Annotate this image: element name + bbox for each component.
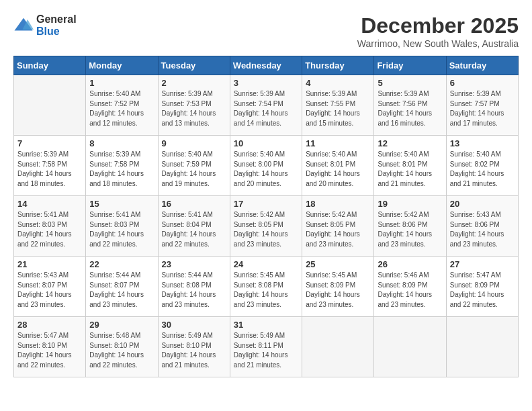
cell-content: Sunrise: 5:44 AM Sunset: 8:07 PM Dayligh…	[89, 271, 154, 310]
day-number: 31	[234, 320, 298, 330]
calendar-cell: 10Sunrise: 5:40 AM Sunset: 8:00 PM Dayli…	[230, 136, 302, 196]
calendar-cell: 30Sunrise: 5:49 AM Sunset: 8:10 PM Dayli…	[158, 317, 230, 377]
cell-content: Sunrise: 5:40 AM Sunset: 8:00 PM Dayligh…	[234, 150, 298, 189]
cell-content: Sunrise: 5:39 AM Sunset: 7:57 PM Dayligh…	[450, 89, 515, 128]
calendar-cell: 29Sunrise: 5:48 AM Sunset: 8:10 PM Dayli…	[86, 317, 158, 377]
calendar-body: 1Sunrise: 5:40 AM Sunset: 7:52 PM Daylig…	[14, 75, 519, 377]
cell-content: Sunrise: 5:49 AM Sunset: 8:11 PM Dayligh…	[234, 331, 298, 370]
day-number: 19	[378, 199, 442, 209]
cell-content: Sunrise: 5:41 AM Sunset: 8:03 PM Dayligh…	[89, 210, 154, 249]
calendar-cell: 19Sunrise: 5:42 AM Sunset: 8:06 PM Dayli…	[374, 196, 446, 257]
cell-content: Sunrise: 5:39 AM Sunset: 7:58 PM Dayligh…	[89, 150, 154, 189]
cell-content: Sunrise: 5:39 AM Sunset: 7:56 PM Dayligh…	[378, 89, 442, 128]
day-number: 22	[89, 259, 154, 269]
calendar-cell: 12Sunrise: 5:40 AM Sunset: 8:01 PM Dayli…	[374, 136, 446, 196]
calendar-week-1: 1Sunrise: 5:40 AM Sunset: 7:52 PM Daylig…	[14, 75, 519, 136]
calendar-cell: 8Sunrise: 5:39 AM Sunset: 7:58 PM Daylig…	[86, 136, 158, 196]
day-number: 4	[306, 78, 370, 88]
day-number: 2	[162, 78, 226, 88]
header-cell-tuesday: Tuesday	[158, 56, 230, 75]
cell-content: Sunrise: 5:39 AM Sunset: 7:53 PM Dayligh…	[162, 89, 226, 128]
day-number: 8	[89, 138, 154, 148]
calendar-cell: 9Sunrise: 5:40 AM Sunset: 7:59 PM Daylig…	[158, 136, 230, 196]
logo-blue-text: Blue	[36, 26, 77, 38]
day-number: 10	[234, 138, 298, 148]
day-number: 1	[89, 78, 154, 88]
calendar-cell: 22Sunrise: 5:44 AM Sunset: 8:07 PM Dayli…	[86, 257, 158, 317]
day-number: 11	[306, 138, 370, 148]
cell-content: Sunrise: 5:39 AM Sunset: 7:54 PM Dayligh…	[234, 89, 298, 128]
calendar-cell	[446, 317, 518, 377]
day-number: 30	[162, 320, 226, 330]
calendar-cell: 27Sunrise: 5:47 AM Sunset: 8:09 PM Dayli…	[446, 257, 518, 317]
day-number: 17	[234, 199, 298, 209]
cell-content: Sunrise: 5:40 AM Sunset: 7:59 PM Dayligh…	[162, 150, 226, 189]
month-title: December 2025	[357, 13, 519, 38]
day-number: 12	[378, 138, 442, 148]
day-number: 9	[162, 138, 226, 148]
calendar-cell	[14, 75, 86, 136]
calendar-cell: 7Sunrise: 5:39 AM Sunset: 7:58 PM Daylig…	[14, 136, 86, 196]
logo-text: General Blue	[36, 13, 77, 37]
header-cell-wednesday: Wednesday	[230, 56, 302, 75]
header-cell-friday: Friday	[374, 56, 446, 75]
day-number: 16	[162, 199, 226, 209]
calendar-cell: 31Sunrise: 5:49 AM Sunset: 8:11 PM Dayli…	[230, 317, 302, 377]
day-number: 29	[89, 320, 154, 330]
calendar-cell	[374, 317, 446, 377]
cell-content: Sunrise: 5:41 AM Sunset: 8:04 PM Dayligh…	[162, 210, 226, 249]
day-number: 3	[234, 78, 298, 88]
calendar-cell: 21Sunrise: 5:43 AM Sunset: 8:07 PM Dayli…	[14, 257, 86, 317]
calendar-week-5: 28Sunrise: 5:47 AM Sunset: 8:10 PM Dayli…	[14, 317, 519, 377]
cell-content: Sunrise: 5:40 AM Sunset: 7:52 PM Dayligh…	[89, 89, 154, 128]
day-number: 27	[450, 259, 515, 269]
day-number: 5	[378, 78, 442, 88]
cell-content: Sunrise: 5:43 AM Sunset: 8:06 PM Dayligh…	[450, 210, 515, 249]
calendar-cell: 4Sunrise: 5:39 AM Sunset: 7:55 PM Daylig…	[302, 75, 374, 136]
day-number: 21	[17, 259, 82, 269]
logo: General Blue	[13, 13, 77, 37]
day-number: 25	[306, 259, 370, 269]
page-header: General Blue December 2025 Warrimoo, New…	[13, 13, 519, 49]
calendar-cell: 6Sunrise: 5:39 AM Sunset: 7:57 PM Daylig…	[446, 75, 518, 136]
cell-content: Sunrise: 5:46 AM Sunset: 8:09 PM Dayligh…	[378, 271, 442, 310]
day-number: 6	[450, 78, 515, 88]
calendar-cell: 17Sunrise: 5:42 AM Sunset: 8:05 PM Dayli…	[230, 196, 302, 257]
calendar-week-4: 21Sunrise: 5:43 AM Sunset: 8:07 PM Dayli…	[14, 257, 519, 317]
cell-content: Sunrise: 5:49 AM Sunset: 8:10 PM Dayligh…	[162, 331, 226, 370]
cell-content: Sunrise: 5:40 AM Sunset: 8:01 PM Dayligh…	[306, 150, 370, 189]
calendar-cell: 24Sunrise: 5:45 AM Sunset: 8:08 PM Dayli…	[230, 257, 302, 317]
day-number: 14	[17, 199, 82, 209]
cell-content: Sunrise: 5:45 AM Sunset: 8:08 PM Dayligh…	[234, 271, 298, 310]
calendar-table: SundayMondayTuesdayWednesdayThursdayFrid…	[13, 56, 519, 377]
header-cell-monday: Monday	[86, 56, 158, 75]
day-number: 18	[306, 199, 370, 209]
cell-content: Sunrise: 5:40 AM Sunset: 8:01 PM Dayligh…	[378, 150, 442, 189]
header-cell-sunday: Sunday	[14, 56, 86, 75]
cell-content: Sunrise: 5:44 AM Sunset: 8:08 PM Dayligh…	[162, 271, 226, 310]
logo-general-text: General	[36, 13, 77, 26]
day-number: 13	[450, 138, 515, 148]
day-number: 23	[162, 259, 226, 269]
calendar-cell: 20Sunrise: 5:43 AM Sunset: 8:06 PM Dayli…	[446, 196, 518, 257]
calendar-cell: 11Sunrise: 5:40 AM Sunset: 8:01 PM Dayli…	[302, 136, 374, 196]
calendar-cell: 18Sunrise: 5:42 AM Sunset: 8:05 PM Dayli…	[302, 196, 374, 257]
calendar-cell: 26Sunrise: 5:46 AM Sunset: 8:09 PM Dayli…	[374, 257, 446, 317]
calendar-cell: 2Sunrise: 5:39 AM Sunset: 7:53 PM Daylig…	[158, 75, 230, 136]
calendar-cell: 13Sunrise: 5:40 AM Sunset: 8:02 PM Dayli…	[446, 136, 518, 196]
logo-icon	[13, 15, 34, 36]
cell-content: Sunrise: 5:42 AM Sunset: 8:05 PM Dayligh…	[234, 210, 298, 249]
calendar-week-3: 14Sunrise: 5:41 AM Sunset: 8:03 PM Dayli…	[14, 196, 519, 257]
cell-content: Sunrise: 5:47 AM Sunset: 8:09 PM Dayligh…	[450, 271, 515, 310]
calendar-cell	[302, 317, 374, 377]
header-cell-saturday: Saturday	[446, 56, 518, 75]
calendar-cell: 1Sunrise: 5:40 AM Sunset: 7:52 PM Daylig…	[86, 75, 158, 136]
calendar-header: SundayMondayTuesdayWednesdayThursdayFrid…	[14, 56, 519, 75]
cell-content: Sunrise: 5:45 AM Sunset: 8:09 PM Dayligh…	[306, 271, 370, 310]
calendar-cell: 23Sunrise: 5:44 AM Sunset: 8:08 PM Dayli…	[158, 257, 230, 317]
cell-content: Sunrise: 5:41 AM Sunset: 8:03 PM Dayligh…	[17, 210, 82, 249]
cell-content: Sunrise: 5:48 AM Sunset: 8:10 PM Dayligh…	[89, 331, 154, 370]
day-number: 7	[17, 138, 82, 148]
location-text: Warrimoo, New South Wales, Australia	[357, 38, 519, 49]
cell-content: Sunrise: 5:42 AM Sunset: 8:06 PM Dayligh…	[378, 210, 442, 249]
